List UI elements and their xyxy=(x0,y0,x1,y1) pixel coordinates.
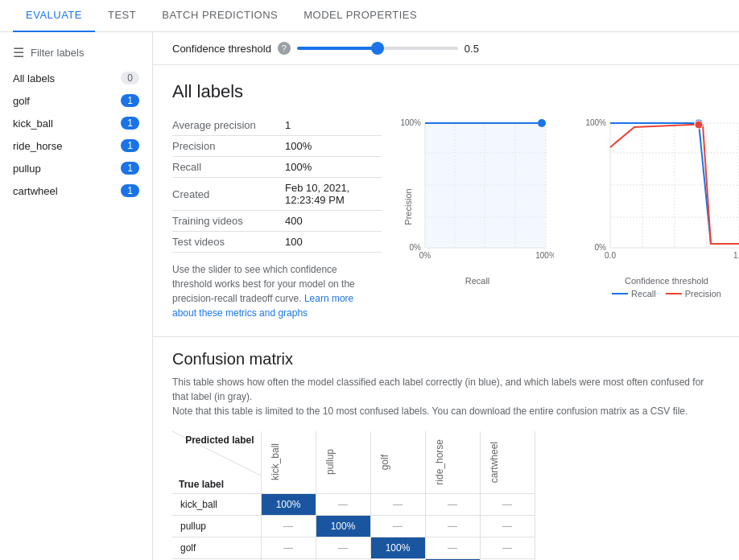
all-labels-section: All labels Average precision1Precision10… xyxy=(153,65,739,336)
metric-label: Created xyxy=(172,188,285,200)
table-header-row: True label Predicted label kick_ballpull… xyxy=(172,431,535,493)
confusion-matrix-wrap: True label Predicted label kick_ballpull… xyxy=(172,431,720,560)
metric-value: 1 xyxy=(285,119,291,131)
main-layout: ☰ Filter labels All labels0golf1kick_bal… xyxy=(0,32,739,560)
metric-value: 100 xyxy=(285,236,303,248)
confidence-slider[interactable] xyxy=(297,47,458,50)
confusion-matrix-section: Confusion matrix This table shows how of… xyxy=(153,336,739,560)
svg-text:0.0: 0.0 xyxy=(605,251,616,260)
sidebar: ☰ Filter labels All labels0golf1kick_bal… xyxy=(0,32,153,560)
confusion-matrix-title: Confusion matrix xyxy=(172,350,720,369)
svg-text:100%: 100% xyxy=(401,118,421,127)
confusion-cell: — xyxy=(425,515,480,537)
true-label-cell: pullup xyxy=(172,515,261,537)
confidence-threshold-chart: 100% 0% 0.0 1.0 Confidence threshold Rec… xyxy=(586,115,739,299)
sidebar-badge: 1 xyxy=(121,139,139,152)
legend-recall: Recall xyxy=(612,289,656,299)
true-label-cell: kick_ball xyxy=(172,493,261,515)
confusion-cell: — xyxy=(261,515,316,537)
confusion-cell: — xyxy=(316,493,370,515)
column-header-golf: golf xyxy=(370,431,425,493)
description-text: Use the slider to see which confidence t… xyxy=(172,262,365,320)
tab-test[interactable]: TEST xyxy=(95,0,149,32)
confusion-cell: — xyxy=(480,515,535,537)
confusion-cell: — xyxy=(370,515,425,537)
metric-row: CreatedFeb 10, 2021, 12:23:49 PM xyxy=(172,178,382,211)
svg-point-27 xyxy=(695,121,703,129)
metric-row: Recall100% xyxy=(172,157,382,178)
section-title: All labels xyxy=(172,81,720,102)
metric-row: Average precision1 xyxy=(172,115,382,136)
confidence-label: Confidence threshold xyxy=(172,43,271,55)
table-row: pullup—100%——— xyxy=(172,515,535,537)
metric-value: 100% xyxy=(285,161,312,173)
confusion-cell: — xyxy=(480,537,535,558)
sidebar-badge: 1 xyxy=(121,162,139,175)
svg-marker-10 xyxy=(425,123,546,248)
table-row: golf——100%—— xyxy=(172,537,535,558)
x-axis-label-2: Confidence threshold xyxy=(586,276,739,286)
sidebar-item-pullup[interactable]: pullup1 xyxy=(0,157,152,179)
sidebar-item-kick-ball[interactable]: kick_ball1 xyxy=(0,112,152,134)
sidebar-item-ride-horse[interactable]: ride_horse1 xyxy=(0,134,152,157)
filter-labels-text: Filter labels xyxy=(31,47,84,59)
confusion-cell: 100% xyxy=(316,515,370,537)
precision-recall-chart: Precision xyxy=(401,115,554,299)
metric-value: 100% xyxy=(285,140,312,152)
y-axis-label-1: Precision xyxy=(403,188,413,224)
column-header-pullup: pullup xyxy=(316,431,370,493)
svg-point-11 xyxy=(538,119,546,127)
sidebar-label: pullup xyxy=(13,163,41,175)
confusion-cell: 100% xyxy=(261,493,316,515)
sidebar-label: kick_ball xyxy=(13,117,53,130)
charts-container: Precision xyxy=(382,115,739,299)
hamburger-icon: ☰ xyxy=(13,45,24,60)
metric-label: Average precision xyxy=(172,119,285,131)
sidebar-label: golf xyxy=(13,95,30,107)
confidence-bar: Confidence threshold ? 0.5 xyxy=(153,32,739,65)
column-header-ride_horse: ride_horse xyxy=(425,431,480,493)
metric-row: Training videos400 xyxy=(172,211,382,232)
sidebar-badge: 0 xyxy=(121,72,139,84)
filter-labels[interactable]: ☰ Filter labels xyxy=(0,42,152,67)
tab-batch-predictions[interactable]: BATCH PREDICTIONS xyxy=(149,0,291,32)
svg-text:0%: 0% xyxy=(419,251,431,260)
true-label-corner: True label xyxy=(179,479,224,490)
predicted-label-corner: Predicted label xyxy=(185,434,254,446)
confusion-cell: — xyxy=(370,493,425,515)
confusion-cell: — xyxy=(480,493,535,515)
metric-row: Test videos100 xyxy=(172,232,382,253)
slider-container: 0.5 xyxy=(297,43,720,55)
sidebar-item-golf[interactable]: golf1 xyxy=(0,89,152,112)
column-header-cartwheel: cartwheel xyxy=(480,431,535,493)
sidebar-label: cartwheel xyxy=(13,185,58,197)
table-row: kick_ball100%———— xyxy=(172,493,535,515)
top-nav: EVALUATE TEST BATCH PREDICTIONS MODEL PR… xyxy=(0,0,739,32)
chart2-svg: 100% 0% 0.0 1.0 xyxy=(586,115,739,272)
svg-text:100%: 100% xyxy=(586,118,606,127)
corner-header-cell: True label Predicted label xyxy=(172,431,261,493)
metric-label: Recall xyxy=(172,161,285,173)
slider-value: 0.5 xyxy=(464,43,479,55)
content-area: Confidence threshold ? 0.5 All labels Av… xyxy=(153,32,739,560)
tab-evaluate[interactable]: EVALUATE xyxy=(13,0,95,32)
chart-legend: Recall Precision xyxy=(586,289,739,299)
help-icon[interactable]: ? xyxy=(278,42,291,55)
sidebar-label: All labels xyxy=(13,72,55,84)
sidebar-badge: 1 xyxy=(121,184,139,197)
sidebar-item-cartwheel[interactable]: cartwheel1 xyxy=(0,179,152,202)
metric-value: Feb 10, 2021, 12:23:49 PM xyxy=(285,182,382,206)
confusion-cell: 100% xyxy=(370,537,425,558)
sidebar-badge: 1 xyxy=(121,94,139,107)
column-header-kick_ball: kick_ball xyxy=(261,431,316,493)
chart1-svg: 100% 0% 0% 100% xyxy=(401,115,554,272)
svg-text:100%: 100% xyxy=(535,251,554,260)
metric-row: Precision100% xyxy=(172,136,382,157)
x-axis-label-1: Recall xyxy=(401,276,554,286)
confusion-desc-1: This table shows how often the model cla… xyxy=(172,375,720,418)
true-label-cell: golf xyxy=(172,537,261,558)
tab-model-properties[interactable]: MODEL PROPERTIES xyxy=(291,0,430,32)
metrics-table: Average precision1Precision100%Recall100… xyxy=(172,115,382,320)
sidebar-item-All-labels[interactable]: All labels0 xyxy=(0,67,152,89)
metrics-charts: Average precision1Precision100%Recall100… xyxy=(172,115,720,320)
